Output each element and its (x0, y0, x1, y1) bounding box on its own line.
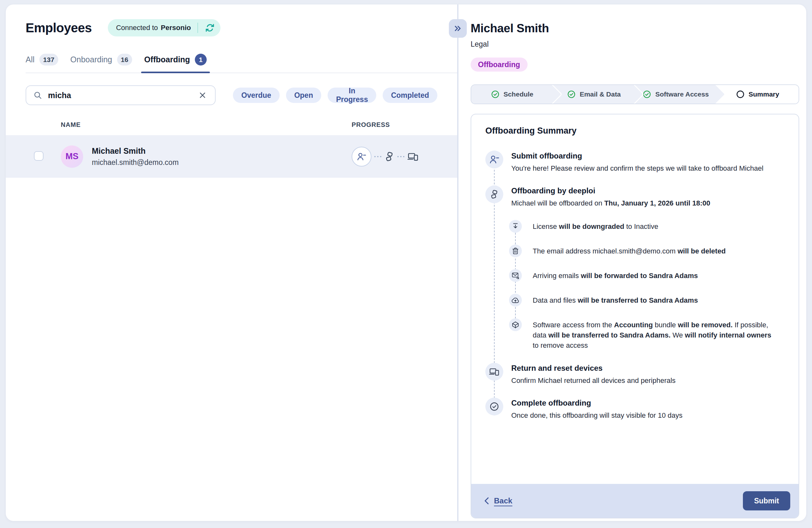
timeline-item-text: Complete offboarding Once done, this off… (511, 397, 682, 420)
tab-all-count: 137 (39, 54, 58, 65)
table-row[interactable]: MS Michael Smith michael.smith@demo.com (6, 135, 457, 178)
search-and-filters: Overdue Open In Progress Completed (26, 85, 437, 105)
filter-open[interactable]: Open (286, 88, 321, 103)
deeploi-icon (485, 185, 503, 203)
mail-forward-icon (509, 269, 522, 282)
step-schedule-label: Schedule (504, 90, 533, 98)
timeline-item-desc: Confirm Michael returned all devices and… (511, 376, 676, 386)
timeline-item-deeploi: Offboarding by deeploi Michael will be o… (485, 185, 786, 208)
offboarding-summary-card: Offboarding Summary Submit offboarding Y… (470, 114, 799, 518)
tab-onboarding-label: Onboarding (70, 55, 112, 64)
page-title: Employees (26, 21, 92, 35)
substep-forward-emails: Arriving emails will be forwarded to San… (485, 269, 786, 282)
tab-onboarding[interactable]: Onboarding 16 (70, 54, 132, 73)
filter-completed[interactable]: Completed (383, 88, 437, 103)
detail-employee-name: Michael Smith (470, 22, 799, 35)
employee-cell: MS Michael Smith michael.smith@demo.com (61, 146, 352, 168)
column-header-name: NAME (61, 121, 352, 129)
step-email-data[interactable]: Email & Data (553, 85, 635, 104)
back-button-label: Back (494, 496, 512, 505)
user-offboard-icon (485, 151, 503, 168)
employee-tabs: All 137 Onboarding 16 Offboarding 1 (26, 54, 457, 73)
sync-button[interactable] (203, 21, 217, 34)
tab-offboarding-count: 1 (195, 54, 207, 65)
tab-all[interactable]: All 137 (26, 54, 58, 73)
check-circle-icon (485, 397, 503, 416)
employee-email: michael.smith@demo.com (92, 158, 178, 167)
search-box (26, 85, 216, 105)
tab-onboarding-count: 16 (117, 54, 132, 65)
substep-text: License will be downgraded to Inactive (533, 220, 658, 232)
employee-identity: Michael Smith michael.smith@demo.com (92, 146, 178, 167)
connected-badge: Connected to Personio (108, 19, 220, 36)
panel-divider (457, 4, 459, 521)
chevrons-right-icon (454, 25, 462, 32)
step-schedule[interactable]: Schedule (471, 85, 553, 104)
step-summary[interactable]: Summary (717, 85, 799, 104)
app-window: Employees Connected to Personio (6, 4, 806, 521)
offboarding-detail-panel: Michael Smith Legal Offboarding Schedule… (459, 4, 806, 521)
row-checkbox[interactable] (34, 151, 44, 161)
offboarding-timeline: Submit offboarding You're here! Please r… (485, 151, 786, 420)
avatar: MS (61, 146, 83, 168)
employees-header: Employees Connected to Personio (26, 19, 457, 36)
filter-in-progress[interactable]: In Progress (328, 88, 376, 103)
row-checkbox-cell (6, 151, 61, 162)
substep-transfer-data: Data and files will be transferred to Sa… (485, 294, 786, 306)
tab-offboarding[interactable]: Offboarding 1 (144, 54, 207, 73)
collapse-panel-button[interactable] (449, 19, 467, 38)
timeline-item-desc: Michael will be offboarded on Thu, Janua… (511, 198, 710, 208)
timeline-item-submit: Submit offboarding You're here! Please r… (485, 151, 786, 173)
check-circle-icon (643, 90, 651, 99)
timeline-item-desc: You're here! Please review and confirm t… (511, 164, 763, 173)
summary-footer: Back Submit (471, 484, 799, 518)
filter-overdue[interactable]: Overdue (233, 88, 279, 103)
summary-heading: Offboarding Summary (485, 126, 786, 136)
back-button[interactable]: Back (482, 496, 514, 506)
step-summary-label: Summary (749, 90, 779, 98)
step-software-access-label: Software Access (655, 90, 709, 98)
detail-department: Legal (470, 40, 799, 49)
timeline-substeps: License will be downgraded to Inactive T… (485, 220, 786, 351)
progress-connector (374, 156, 381, 157)
employee-name: Michael Smith (92, 146, 178, 156)
substep-license: License will be downgraded to Inactive (485, 220, 786, 233)
license-downgrade-icon (509, 220, 522, 233)
column-header-progress: PROGRESS (352, 121, 457, 129)
close-icon (198, 91, 207, 100)
status-badge: Offboarding (470, 58, 527, 72)
connected-badge-provider: Personio (161, 24, 191, 32)
substep-text: Data and files will be transferred to Sa… (533, 294, 698, 305)
tab-all-label: All (26, 55, 34, 64)
timeline-item-title: Return and reset devices (511, 363, 676, 373)
empty-circle-icon (736, 90, 744, 99)
timeline-item-complete: Complete offboarding Once done, this off… (485, 397, 786, 420)
timeline-item-title: Offboarding by deeploi (511, 185, 710, 195)
timeline-item-title: Complete offboarding (511, 397, 682, 408)
substep-text: Arriving emails will be forwarded to San… (533, 269, 698, 281)
search-icon (33, 91, 42, 100)
substep-software-access: Software access from the Accounting bund… (485, 318, 786, 351)
step-email-data-label: Email & Data (580, 90, 621, 98)
badge-divider (198, 23, 198, 33)
trash-icon (509, 244, 522, 257)
status-filter-chips: Overdue Open In Progress Completed (233, 88, 437, 103)
search-input[interactable] (47, 90, 192, 100)
summary-body: Offboarding Summary Submit offboarding Y… (471, 115, 799, 484)
timeline-item-desc: Once done, this offboarding will stay vi… (511, 411, 682, 420)
check-circle-icon (491, 90, 499, 99)
timeline-item-text: Submit offboarding You're here! Please r… (511, 151, 763, 173)
clear-search-button[interactable] (197, 90, 208, 101)
sync-icon (205, 23, 215, 33)
cloud-upload-icon (509, 294, 522, 306)
table-header: NAME PROGRESS (6, 114, 457, 135)
step-software-access[interactable]: Software Access (635, 85, 717, 104)
devices-icon (407, 151, 419, 162)
submit-button[interactable]: Submit (743, 491, 790, 510)
progress-cell (352, 147, 457, 167)
package-icon (509, 318, 522, 331)
timeline-item-title: Submit offboarding (511, 151, 763, 161)
timeline-item-devices: Return and reset devices Confirm Michael… (485, 363, 786, 386)
chevron-left-icon (484, 497, 489, 505)
check-circle-icon (567, 90, 576, 99)
